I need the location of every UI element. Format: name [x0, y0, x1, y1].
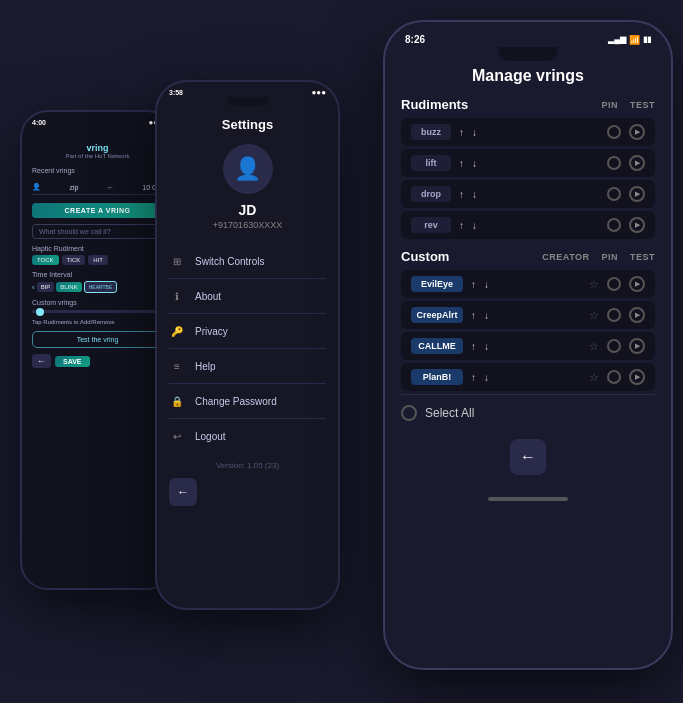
arrow-down-evileye[interactable]: ↓	[484, 279, 489, 290]
custom-evileye: EvilEye ↑ ↓ ☆ ▶	[401, 270, 655, 298]
arrow-up-callme[interactable]: ↑	[471, 341, 476, 352]
arrow-down-planb[interactable]: ↓	[484, 372, 489, 383]
play-test-evileye[interactable]: ▶	[629, 276, 645, 292]
play-test-drop[interactable]: ▶	[629, 186, 645, 202]
select-all-row: Select All	[385, 395, 671, 431]
star-callme[interactable]: ☆	[589, 340, 599, 353]
status-bar-right: 8:26 ▂▄▆ 📶 ▮▮	[385, 22, 671, 49]
settings-about[interactable]: ℹ About	[169, 279, 326, 314]
interval-bip[interactable]: BIP	[37, 282, 55, 292]
settings-privacy[interactable]: 🔑 Privacy	[169, 314, 326, 349]
play-test-callme[interactable]: ▶	[629, 338, 645, 354]
arrow-down-rev[interactable]: ↓	[472, 220, 477, 231]
rudiment-rev: rev ↑ ↓ ▶	[401, 211, 655, 239]
tap-label: Tap Rudiments to Add/Remove	[32, 319, 163, 325]
time-middle: 3:58	[169, 89, 183, 96]
star-creepAlrt[interactable]: ☆	[589, 309, 599, 322]
avatar-icon: 👤	[234, 156, 261, 182]
interval-blink[interactable]: BLINK	[56, 282, 81, 292]
recent-item: 👤 zip ← 10 Oct	[32, 180, 163, 195]
arrow-up-drop[interactable]: ↑	[459, 189, 464, 200]
notch-left	[78, 127, 118, 137]
time-right: 8:26	[405, 34, 425, 45]
settings-help[interactable]: ≡ Help	[169, 349, 326, 384]
back-button-right[interactable]: ←	[510, 439, 546, 475]
custom-name-planb: PlanB!	[411, 369, 463, 385]
radio-pin-planb[interactable]	[607, 370, 621, 384]
vring-name-input[interactable]: What should we call it?	[32, 224, 163, 239]
screen-left: vring Part of the HoT Network Recent vri…	[22, 143, 173, 368]
play-test-lift[interactable]: ▶	[629, 155, 645, 171]
bottom-bar-right: ←	[385, 431, 671, 491]
play-test-rev[interactable]: ▶	[629, 217, 645, 233]
custom-name-evileye: EvilEye	[411, 276, 463, 292]
arrow-down-buzz[interactable]: ↓	[472, 127, 477, 138]
custom-slider[interactable]	[32, 310, 163, 313]
settings-logout[interactable]: ↩ Logout	[169, 419, 326, 453]
arrow-up-creepAlrt[interactable]: ↑	[471, 310, 476, 321]
radio-pin-drop[interactable]	[607, 187, 621, 201]
rudiments-header: Rudiments PIN TEST	[385, 97, 671, 112]
back-button-middle[interactable]: ←	[169, 478, 197, 506]
star-evileye[interactable]: ☆	[589, 278, 599, 291]
haptic-tock[interactable]: TOCK	[32, 255, 59, 265]
col-pin-custom: PIN	[601, 252, 618, 262]
custom-vrings-label: Custom vrings	[32, 299, 163, 306]
radio-pin-rev[interactable]	[607, 218, 621, 232]
change-password-label: Change Password	[195, 396, 277, 407]
recent-item-name: zip	[69, 184, 78, 191]
user-phone: +91701630XXXX	[157, 220, 338, 230]
interval-arrow-left[interactable]: ‹	[32, 283, 35, 292]
radio-pin-evileye[interactable]	[607, 277, 621, 291]
status-icons-right: ▂▄▆ 📶 ▮▮	[608, 35, 651, 45]
wifi-icon: 📶	[629, 35, 640, 45]
time-interval-label: Time Interval	[32, 271, 163, 278]
version-text: Version: 1.05 (23)	[157, 461, 338, 470]
arrow-up-lift[interactable]: ↑	[459, 158, 464, 169]
time-left: 4:00	[32, 119, 46, 126]
play-test-planb[interactable]: ▶	[629, 369, 645, 385]
phone-middle: 3:58 ●●● Settings 👤 JD +91701630XXXX ⊞ S…	[155, 80, 340, 610]
radio-pin-lift[interactable]	[607, 156, 621, 170]
save-button-left[interactable]: SAVE	[55, 356, 90, 367]
arrow-up-evileye[interactable]: ↑	[471, 279, 476, 290]
interval-heartbeat[interactable]: HEARTBE	[84, 281, 118, 293]
radio-pin-callme[interactable]	[607, 339, 621, 353]
arrow-down-drop[interactable]: ↓	[472, 189, 477, 200]
col-pin: PIN	[601, 100, 618, 110]
settings-switch-controls[interactable]: ⊞ Switch Controls	[169, 244, 326, 279]
haptic-hit[interactable]: HIT	[88, 255, 108, 265]
arrow-up-buzz[interactable]: ↑	[459, 127, 464, 138]
play-test-creepAlrt[interactable]: ▶	[629, 307, 645, 323]
radio-pin-buzz[interactable]	[607, 125, 621, 139]
arrow-down-creepAlrt[interactable]: ↓	[484, 310, 489, 321]
privacy-label: Privacy	[195, 326, 228, 337]
haptic-tick[interactable]: TICK	[62, 255, 86, 265]
select-all-radio[interactable]	[401, 405, 417, 421]
notch-middle	[228, 97, 268, 107]
slider-thumb	[36, 308, 44, 316]
custom-name-callme: CALLME	[411, 338, 463, 354]
logout-icon: ↩	[169, 428, 185, 444]
bottom-bar-left: ← SAVE	[32, 354, 163, 368]
arrow-up-planb[interactable]: ↑	[471, 372, 476, 383]
user-initials: JD	[157, 202, 338, 218]
test-vring-button[interactable]: Test the vring	[32, 331, 163, 348]
rudiment-name-buzz: buzz	[411, 124, 451, 140]
battery-icon: ▮▮	[643, 35, 651, 44]
radio-pin-creepAlrt[interactable]	[607, 308, 621, 322]
home-indicator	[488, 497, 568, 501]
arrow-down-lift[interactable]: ↓	[472, 158, 477, 169]
create-vring-button[interactable]: CREATE A VRING	[32, 203, 163, 218]
switch-controls-icon: ⊞	[169, 253, 185, 269]
manage-title: Manage vrings	[385, 67, 671, 85]
custom-section: Custom CREATOR PIN TEST EvilEye ↑ ↓ ☆ ▶ …	[385, 249, 671, 391]
back-button-left[interactable]: ←	[32, 354, 51, 368]
settings-change-password[interactable]: 🔒 Change Password	[169, 384, 326, 419]
lock-icon: 🔒	[169, 393, 185, 409]
arrow-up-rev[interactable]: ↑	[459, 220, 464, 231]
play-test-buzz[interactable]: ▶	[629, 124, 645, 140]
arrow-down-callme[interactable]: ↓	[484, 341, 489, 352]
star-planb[interactable]: ☆	[589, 371, 599, 384]
help-icon: ≡	[169, 358, 185, 374]
